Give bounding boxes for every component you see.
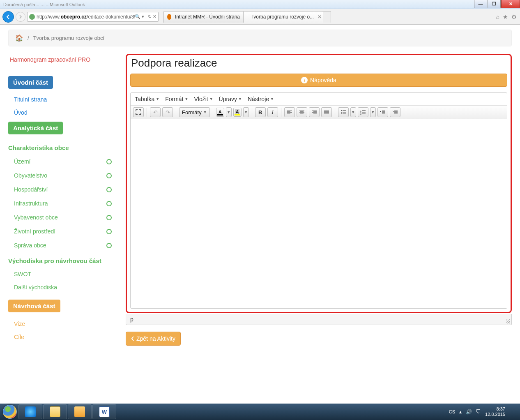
bullet-list-button[interactable] — [338, 107, 349, 117]
window-title: Doručená pošta – … – Microsoft Outlook — [3, 2, 85, 7]
status-circle-icon — [106, 173, 112, 178]
address-icons[interactable]: 🔍 ▾ | ↻ ✕ — [135, 14, 156, 19]
sidebar-dalsi[interactable]: Další východiska — [8, 281, 115, 294]
sidebar-titulni[interactable]: Titulní strana — [8, 94, 115, 107]
window-close[interactable]: ✕ — [501, 0, 520, 8]
bg-color-button[interactable]: A — [233, 108, 242, 117]
home-icon[interactable]: ⌂ — [496, 14, 499, 20]
sidebar-vychodiska: Východiska pro návrhovou část — [8, 257, 115, 264]
nav-back-button[interactable] — [2, 11, 14, 23]
status-circle-icon — [106, 187, 112, 192]
align-left-button[interactable] — [284, 107, 295, 117]
editor-menu-item[interactable]: Úpravy ▼ — [219, 96, 242, 102]
sidebar-item[interactable]: Životní prostředí — [8, 224, 115, 238]
sidebar-item[interactable]: Infrastruktura — [8, 196, 115, 210]
sidebar-item[interactable]: Území — [8, 155, 115, 168]
info-icon: i — [301, 77, 308, 83]
tab-close-icon[interactable]: ✕ — [318, 14, 322, 20]
bg-color-dropdown[interactable]: ▼ — [243, 107, 249, 117]
sidebar-section-analyticka[interactable]: Analytická část — [8, 122, 63, 134]
bullet-list-dropdown[interactable]: ▼ — [350, 107, 356, 117]
back-button[interactable]: Zpět na Aktivity — [126, 332, 181, 346]
redo-button[interactable]: ↷ — [162, 107, 173, 117]
editor-area[interactable] — [131, 119, 507, 308]
svg-point-1 — [341, 112, 342, 113]
editor-status: p — [126, 314, 512, 325]
url-text: http://www.obcepro.cz/editace-dokumentu/… — [37, 14, 135, 20]
sidebar-item[interactable]: Obyvatelstvo — [8, 168, 115, 182]
status-circle-icon — [106, 159, 112, 164]
favorites-icon[interactable]: ★ — [503, 14, 508, 20]
editor-menu-item[interactable]: Vložit ▼ — [194, 96, 213, 102]
text-color-dropdown[interactable]: ▼ — [226, 107, 232, 117]
editor-menu-item[interactable]: Nástroje ▼ — [248, 96, 274, 102]
page-heading: Podpora realizace — [131, 57, 507, 69]
number-list-dropdown[interactable]: ▼ — [370, 107, 376, 117]
window-maximize[interactable]: ❐ — [488, 0, 501, 8]
undo-button[interactable]: ↶ — [150, 107, 161, 117]
number-list-button[interactable]: 123 — [358, 107, 368, 117]
fullscreen-button[interactable] — [133, 107, 144, 117]
align-center-button[interactable] — [297, 107, 307, 117]
text-color-button[interactable]: A — [216, 108, 224, 117]
editor-menu-item[interactable]: Tabulka ▼ — [135, 96, 159, 102]
breadcrumb: 🏠 / Tvorba programu rozvoje obcí — [8, 30, 512, 46]
sidebar-item[interactable]: Vybavenost obce — [8, 210, 115, 224]
sidebar-uvod[interactable]: Úvod — [8, 107, 115, 120]
sidebar-cile[interactable]: Cíle — [8, 330, 115, 344]
align-justify-button[interactable] — [321, 107, 332, 117]
align-right-button[interactable] — [309, 107, 320, 117]
svg-point-0 — [341, 110, 342, 111]
nav-forward-button[interactable] — [16, 12, 25, 22]
help-label: Nápověda — [310, 77, 336, 83]
tab-label: Intranet MMR - Úvodní strana — [175, 14, 240, 20]
breadcrumb-sep: / — [28, 35, 29, 41]
italic-button[interactable]: I — [267, 107, 278, 117]
browser-tab-2[interactable]: Tvorba programu rozvoje o... ✕ — [243, 11, 323, 23]
formats-dropdown[interactable]: Formáty▼ — [179, 107, 210, 117]
browser-tab-1[interactable]: Intranet MMR - Úvodní strana — [163, 11, 244, 23]
status-circle-icon — [106, 201, 112, 206]
sidebar-harmonogram[interactable]: Harmonogram zpracování PRO — [8, 54, 115, 67]
status-circle-icon — [106, 229, 112, 234]
bold-button[interactable]: B — [255, 107, 266, 117]
svg-point-2 — [341, 113, 342, 114]
home-icon[interactable]: 🏠 — [15, 34, 23, 42]
help-button[interactable]: i Nápověda — [130, 74, 507, 87]
sidebar-swot[interactable]: SWOT — [8, 268, 115, 281]
editor-menu-item[interactable]: Formát ▼ — [165, 96, 188, 102]
outdent-button[interactable] — [377, 107, 388, 117]
tools-icon[interactable]: ⚙ — [511, 14, 517, 20]
sidebar-item[interactable]: Hospodářství — [8, 182, 115, 196]
status-circle-icon — [106, 215, 112, 220]
address-bar[interactable]: http://www.obcepro.cz/editace-dokumentu/… — [27, 12, 159, 22]
sidebar-item[interactable]: Správa obce — [8, 238, 115, 252]
sidebar-charakteristika: Charakteristika obce — [8, 144, 115, 151]
breadcrumb-text: Tvorba programu rozvoje obcí — [33, 35, 104, 41]
status-circle-icon — [106, 243, 112, 248]
site-favicon — [29, 14, 35, 20]
sidebar-section-navrhova[interactable]: Návrhová část — [8, 300, 60, 312]
tab-label: Tvorba programu rozvoje o... — [251, 14, 314, 20]
window-minimize[interactable]: — — [474, 0, 487, 8]
indent-button[interactable] — [390, 107, 400, 117]
svg-text:3: 3 — [360, 113, 361, 115]
sidebar-section-uvodni[interactable]: Úvodní část — [8, 76, 53, 89]
new-tab-button[interactable] — [323, 11, 331, 23]
resize-handle[interactable] — [506, 319, 510, 323]
sidebar-vize[interactable]: Vize — [8, 317, 115, 330]
tab-favicon — [167, 14, 171, 20]
